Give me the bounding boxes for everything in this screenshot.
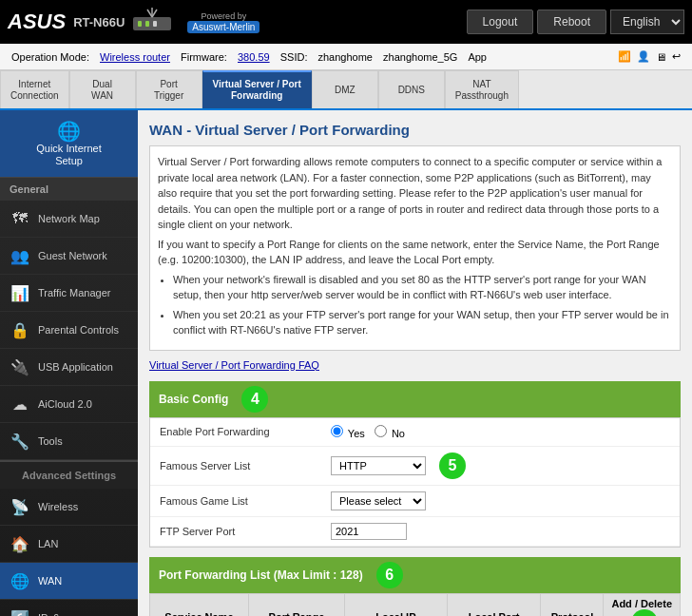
- wifi-icon: 📶: [618, 50, 631, 63]
- status-bar: Operation Mode: Wireless router Firmware…: [0, 44, 692, 70]
- ftp-port-label: FTP Server Port: [160, 526, 331, 537]
- sidebar-item-network-map[interactable]: 🗺 Network Map: [0, 201, 138, 238]
- badge-6: 6: [376, 562, 403, 588]
- page-title: WAN - Virtual Server / Port Forwarding: [149, 122, 681, 138]
- usb-application-icon: 🔌: [10, 356, 30, 377]
- enable-yes-label[interactable]: Yes: [331, 425, 365, 439]
- logo-area: ASUS RT-N66U: [8, 10, 125, 34]
- sidebar-label-wireless: Wireless: [38, 501, 78, 513]
- pf-section-label: Port Forwarding List (Max Limit : 128): [159, 568, 363, 582]
- operation-mode-value[interactable]: Wireless router: [100, 51, 170, 63]
- tab-virtual-server[interactable]: Virtual Server / Port Forwarding: [202, 70, 312, 108]
- sidebar-label-aicloud: AiCloud 2.0: [38, 398, 92, 411]
- basic-config-body: Enable Port Forwarding Yes No Famous Ser…: [149, 417, 681, 548]
- language-select[interactable]: English: [610, 10, 684, 34]
- desc-bullet2: When you set 20:21 as your FTP server's …: [173, 307, 672, 338]
- faq-link[interactable]: Virtual Server / Port Forwarding FAQ: [149, 359, 319, 371]
- description-box: Virtual Server / Port forwarding allows …: [149, 145, 681, 351]
- sidebar-item-parental-controls[interactable]: 🔒 Parental Controls: [0, 312, 138, 349]
- desc-p1: Virtual Server / Port forwarding allows …: [158, 154, 672, 233]
- wireless-icon: 📡: [10, 496, 30, 517]
- network-map-icon: 🗺: [10, 208, 30, 229]
- lan-icon: 🏠: [10, 533, 30, 554]
- main-layout: 🌐 Quick Internet Setup General 🗺 Network…: [0, 110, 692, 616]
- router-icon: [128, 6, 176, 38]
- sidebar-label-ipv6: IPv6: [38, 612, 59, 616]
- top-bar: ASUS RT-N66U Powered by Asuswrt-Merlin L…: [0, 0, 692, 44]
- globe-icon: 🌐: [57, 121, 81, 142]
- tab-port-trigger[interactable]: Port Trigger: [136, 70, 202, 108]
- reboot-button[interactable]: Reboot: [537, 10, 606, 34]
- enable-no-label[interactable]: No: [375, 425, 405, 439]
- famous-server-control: HTTP FTP HTTPS SMTP 5: [331, 452, 466, 479]
- pf-table-header-row: Service Name Port Range Local IP Local P…: [150, 593, 681, 616]
- sidebar-item-tools[interactable]: 🔧 Tools: [0, 423, 138, 460]
- sidebar-general-title: General: [0, 177, 138, 201]
- sidebar-item-guest-network[interactable]: 👥 Guest Network: [0, 238, 138, 275]
- asus-logo: ASUS: [8, 10, 66, 34]
- badge-4: 4: [241, 386, 268, 413]
- tab-nat-passthrough[interactable]: NAT Passthrough: [445, 70, 519, 108]
- tab-dual-wan[interactable]: Dual WAN: [69, 70, 136, 108]
- svg-rect-3: [153, 21, 157, 27]
- tab-dmz[interactable]: DMZ: [312, 70, 378, 108]
- ssid2-value: zhanghome_5G: [383, 51, 457, 63]
- desc-bullet1: When your network's firewall is disabled…: [173, 272, 672, 303]
- enable-yes-radio[interactable]: [331, 425, 343, 437]
- ssid-value: zhanghome: [318, 51, 374, 63]
- sidebar-item-usb-application[interactable]: 🔌 USB Application: [0, 349, 138, 386]
- basic-config-header: Basic Config 4: [149, 381, 681, 417]
- model-name: RT-N66U: [73, 15, 125, 29]
- sidebar-item-traffic-manager[interactable]: 📊 Traffic Manager: [0, 275, 138, 312]
- ssid-label: SSID:: [280, 51, 308, 63]
- col-add-delete: Add / Delete 7: [604, 593, 681, 616]
- ftp-port-input[interactable]: [331, 523, 407, 540]
- parental-controls-icon: 🔒: [10, 319, 30, 340]
- pf-section-header: Port Forwarding List (Max Limit : 128) 6: [149, 557, 681, 593]
- sidebar-item-ipv6[interactable]: 6️⃣ IPv6: [0, 600, 138, 616]
- sidebar-label-guest-network: Guest Network: [38, 250, 107, 262]
- content-area: WAN - Virtual Server / Port Forwarding V…: [138, 110, 692, 616]
- sidebar-label-tools: Tools: [38, 435, 63, 448]
- enable-radio-group: Yes No: [331, 425, 405, 439]
- tools-icon: 🔧: [10, 431, 30, 452]
- desc-bullets: When your network's firewall is disabled…: [158, 272, 672, 338]
- ipv6-icon: 6️⃣: [10, 607, 30, 616]
- sidebar-item-wireless[interactable]: 📡 Wireless: [0, 489, 138, 526]
- sidebar-item-aicloud[interactable]: ☁ AiCloud 2.0: [0, 386, 138, 423]
- wan-icon: 🌐: [10, 570, 30, 591]
- firmware-value[interactable]: 380.59: [238, 51, 270, 63]
- ftp-port-control: [331, 523, 407, 540]
- sidebar: 🌐 Quick Internet Setup General 🗺 Network…: [0, 110, 138, 616]
- display-icon: 🖥: [656, 51, 666, 63]
- port-forwarding-table: Service Name Port Range Local IP Local P…: [149, 593, 681, 617]
- famous-server-select[interactable]: HTTP FTP HTTPS SMTP: [331, 456, 426, 475]
- arrow-icon: ↩: [672, 50, 681, 63]
- basic-config-label: Basic Config: [159, 393, 228, 406]
- sidebar-item-wan[interactable]: 🌐 WAN: [0, 563, 138, 600]
- logout-button[interactable]: Logout: [467, 10, 534, 34]
- sidebar-advanced-title: Advanced Settings: [0, 460, 138, 489]
- operation-mode-label: Operation Mode:: [11, 51, 89, 63]
- famous-game-row: Famous Game List Please select: [150, 486, 680, 517]
- enable-no-radio[interactable]: [375, 425, 387, 437]
- famous-game-control: Please select: [331, 491, 426, 510]
- desc-p2: If you want to specify a Port Range for …: [158, 237, 672, 268]
- famous-game-select[interactable]: Please select: [331, 491, 426, 510]
- powered-by: Powered by Asuswrt-Merlin: [187, 11, 260, 33]
- enable-port-forwarding-row: Enable Port Forwarding Yes No: [150, 418, 680, 447]
- sidebar-label-parental-controls: Parental Controls: [38, 324, 119, 337]
- status-icons: 📶 👤 🖥 ↩: [618, 50, 681, 63]
- tab-internet[interactable]: Internet Connection: [0, 70, 69, 108]
- col-service-name: Service Name: [150, 593, 249, 616]
- famous-server-label: Famous Server List: [160, 460, 331, 472]
- sidebar-label-wan: WAN: [38, 575, 62, 587]
- quick-label: Quick Internet Setup: [10, 143, 128, 167]
- firmware-label: Firmware:: [181, 51, 227, 63]
- svg-rect-2: [145, 21, 149, 27]
- sidebar-label-lan: LAN: [38, 538, 58, 550]
- sidebar-item-lan[interactable]: 🏠 LAN: [0, 526, 138, 563]
- sidebar-item-quick-internet[interactable]: 🌐 Quick Internet Setup: [0, 110, 138, 177]
- ftp-port-row: FTP Server Port: [150, 517, 680, 547]
- tab-ddns[interactable]: DDNS: [378, 70, 445, 108]
